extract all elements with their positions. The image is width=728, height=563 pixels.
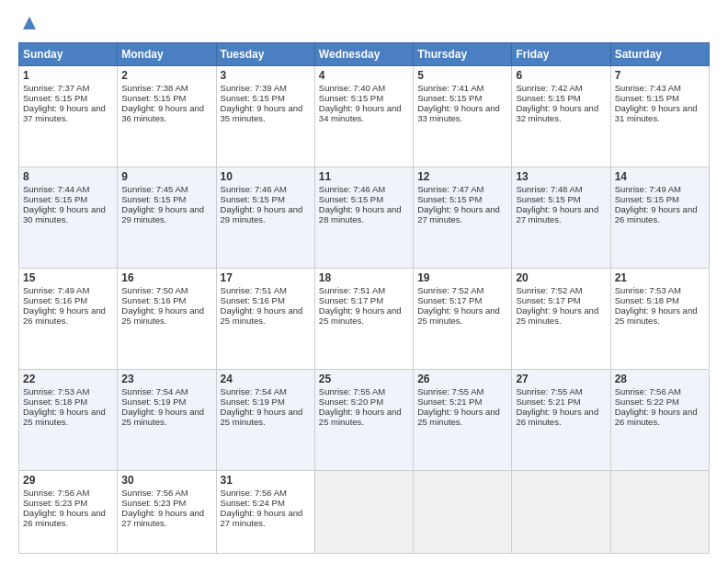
calendar-cell: 22 Sunrise: 7:53 AM Sunset: 5:18 PM Dayl…	[19, 370, 118, 471]
col-header-saturday: Saturday	[610, 43, 709, 66]
day-number: 29	[23, 474, 113, 487]
col-header-friday: Friday	[512, 43, 610, 66]
col-header-sunday: Sunday	[19, 43, 118, 66]
day-number: 3	[221, 69, 311, 82]
day-number: 14	[615, 170, 705, 183]
sunset-label: Sunset: 5:15 PM	[23, 194, 87, 204]
day-number: 8	[23, 170, 113, 183]
day-number: 23	[121, 373, 211, 385]
daylight-label: Daylight: 9 hours and 37 minutes.	[23, 103, 106, 123]
calendar-cell: 21 Sunrise: 7:53 AM Sunset: 5:18 PM Dayl…	[610, 269, 709, 370]
sunrise-label: Sunrise: 7:42 AM	[516, 83, 582, 93]
daylight-label: Daylight: 9 hours and 34 minutes.	[319, 103, 402, 123]
logo	[18, 15, 39, 35]
calendar-cell: 26 Sunrise: 7:55 AM Sunset: 5:21 PM Dayl…	[414, 370, 512, 471]
calendar-week-row: 29 Sunrise: 7:56 AM Sunset: 5:23 PM Dayl…	[19, 471, 710, 554]
sunrise-label: Sunrise: 7:55 AM	[516, 386, 582, 396]
calendar-cell: 15 Sunrise: 7:49 AM Sunset: 5:16 PM Dayl…	[19, 269, 118, 370]
calendar-cell: 31 Sunrise: 7:56 AM Sunset: 5:24 PM Dayl…	[216, 471, 314, 554]
col-header-monday: Monday	[118, 43, 216, 66]
day-number: 25	[319, 373, 409, 385]
calendar-cell	[414, 471, 512, 554]
day-number: 27	[516, 373, 606, 385]
calendar-cell	[610, 471, 709, 554]
sunset-label: Sunset: 5:15 PM	[516, 93, 580, 103]
calendar-week-row: 8 Sunrise: 7:44 AM Sunset: 5:15 PM Dayli…	[19, 167, 710, 269]
day-number: 16	[121, 271, 211, 284]
daylight-label: Daylight: 9 hours and 36 minutes.	[121, 103, 204, 123]
calendar-cell: 30 Sunrise: 7:56 AM Sunset: 5:23 PM Dayl…	[118, 471, 216, 554]
sunset-label: Sunset: 5:15 PM	[615, 194, 679, 204]
day-number: 1	[23, 69, 113, 82]
sunset-label: Sunset: 5:16 PM	[121, 295, 186, 305]
calendar-week-row: 22 Sunrise: 7:53 AM Sunset: 5:18 PM Dayl…	[19, 370, 710, 471]
sunset-label: Sunset: 5:23 PM	[121, 498, 186, 508]
calendar-week-row: 1 Sunrise: 7:37 AM Sunset: 5:15 PM Dayli…	[19, 66, 710, 167]
sunrise-label: Sunrise: 7:53 AM	[615, 285, 681, 295]
sunset-label: Sunset: 5:15 PM	[121, 194, 186, 204]
sunset-label: Sunset: 5:15 PM	[516, 194, 580, 204]
daylight-label: Daylight: 9 hours and 25 minutes.	[319, 407, 402, 427]
daylight-label: Daylight: 9 hours and 25 minutes.	[121, 407, 204, 427]
daylight-label: Daylight: 9 hours and 25 minutes.	[417, 407, 500, 427]
sunrise-label: Sunrise: 7:54 AM	[221, 386, 287, 396]
day-number: 9	[121, 170, 211, 183]
day-number: 7	[615, 69, 705, 82]
calendar-cell: 25 Sunrise: 7:55 AM Sunset: 5:20 PM Dayl…	[314, 370, 413, 471]
daylight-label: Daylight: 9 hours and 27 minutes.	[417, 204, 500, 224]
day-number: 2	[121, 69, 211, 82]
sunset-label: Sunset: 5:16 PM	[221, 295, 285, 305]
daylight-label: Daylight: 9 hours and 26 minutes.	[615, 407, 698, 427]
daylight-label: Daylight: 9 hours and 29 minutes.	[121, 204, 204, 224]
sunset-label: Sunset: 5:15 PM	[417, 194, 482, 204]
daylight-label: Daylight: 9 hours and 25 minutes.	[121, 305, 204, 326]
sunrise-label: Sunrise: 7:38 AM	[121, 83, 188, 93]
sunset-label: Sunset: 5:22 PM	[615, 396, 679, 407]
day-number: 17	[221, 271, 311, 284]
day-number: 15	[23, 271, 113, 284]
sunrise-label: Sunrise: 7:49 AM	[23, 285, 89, 295]
sunset-label: Sunset: 5:21 PM	[417, 396, 482, 407]
sunrise-label: Sunrise: 7:52 AM	[516, 285, 582, 295]
sunrise-label: Sunrise: 7:54 AM	[121, 386, 188, 396]
sunset-label: Sunset: 5:19 PM	[121, 396, 186, 407]
calendar-cell	[314, 471, 413, 554]
sunset-label: Sunset: 5:15 PM	[615, 93, 679, 103]
sunrise-label: Sunrise: 7:48 AM	[516, 184, 582, 194]
day-number: 10	[221, 170, 311, 183]
svg-marker-0	[23, 17, 36, 29]
sunset-label: Sunset: 5:15 PM	[121, 93, 186, 103]
day-number: 22	[23, 373, 113, 385]
sunset-label: Sunset: 5:16 PM	[23, 295, 87, 305]
page: SundayMondayTuesdayWednesdayThursdayFrid…	[0, 0, 728, 563]
sunrise-label: Sunrise: 7:50 AM	[121, 285, 188, 295]
daylight-label: Daylight: 9 hours and 35 minutes.	[221, 103, 303, 123]
calendar-cell: 19 Sunrise: 7:52 AM Sunset: 5:17 PM Dayl…	[414, 269, 512, 370]
col-header-thursday: Thursday	[414, 43, 512, 66]
sunrise-label: Sunrise: 7:43 AM	[615, 83, 681, 93]
sunrise-label: Sunrise: 7:56 AM	[221, 488, 287, 498]
calendar-cell: 29 Sunrise: 7:56 AM Sunset: 5:23 PM Dayl…	[19, 471, 118, 554]
calendar-cell: 24 Sunrise: 7:54 AM Sunset: 5:19 PM Dayl…	[216, 370, 314, 471]
calendar-cell: 8 Sunrise: 7:44 AM Sunset: 5:15 PM Dayli…	[19, 167, 118, 269]
sunrise-label: Sunrise: 7:56 AM	[615, 386, 681, 396]
daylight-label: Daylight: 9 hours and 25 minutes.	[23, 407, 106, 427]
daylight-label: Daylight: 9 hours and 25 minutes.	[221, 305, 303, 326]
calendar-cell: 2 Sunrise: 7:38 AM Sunset: 5:15 PM Dayli…	[118, 66, 216, 167]
calendar-cell: 10 Sunrise: 7:46 AM Sunset: 5:15 PM Dayl…	[216, 167, 314, 269]
day-number: 20	[516, 271, 606, 284]
calendar-cell: 13 Sunrise: 7:48 AM Sunset: 5:15 PM Dayl…	[512, 167, 610, 269]
sunrise-label: Sunrise: 7:46 AM	[319, 184, 385, 194]
day-number: 18	[319, 271, 409, 284]
sunrise-label: Sunrise: 7:52 AM	[417, 285, 483, 295]
calendar-cell: 27 Sunrise: 7:55 AM Sunset: 5:21 PM Dayl…	[512, 370, 610, 471]
day-number: 4	[319, 69, 409, 82]
day-number: 24	[221, 373, 311, 385]
sunset-label: Sunset: 5:15 PM	[23, 93, 87, 103]
day-number: 13	[516, 170, 606, 183]
daylight-label: Daylight: 9 hours and 25 minutes.	[221, 407, 303, 427]
calendar-cell: 7 Sunrise: 7:43 AM Sunset: 5:15 PM Dayli…	[610, 66, 709, 167]
sunrise-label: Sunrise: 7:55 AM	[417, 386, 483, 396]
calendar-cell: 6 Sunrise: 7:42 AM Sunset: 5:15 PM Dayli…	[512, 66, 610, 167]
sunrise-label: Sunrise: 7:40 AM	[319, 83, 385, 93]
